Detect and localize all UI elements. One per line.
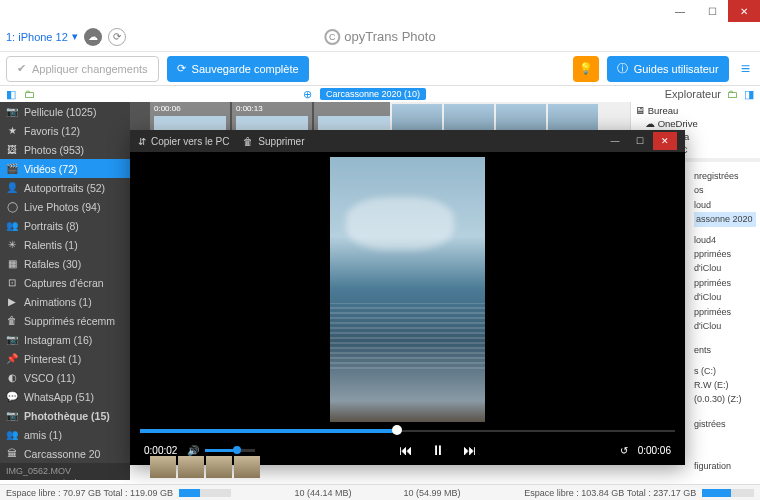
brand-logo-icon: C — [324, 29, 340, 45]
sidebar-item[interactable]: 📷Pellicule (1025) — [0, 102, 130, 121]
sidebar-item-icon: 💬 — [6, 391, 18, 402]
copy-label: Copier vers le PC — [151, 136, 229, 147]
forward-button[interactable]: ⏭ — [463, 442, 477, 458]
full-backup-button[interactable]: ⟳ Sauvegarde complète — [167, 56, 309, 82]
hamburger-menu-icon[interactable]: ≡ — [737, 60, 754, 78]
apply-changes-button[interactable]: ✔ Appliquer changements — [6, 56, 159, 82]
back-icon[interactable]: ◧ — [6, 88, 16, 101]
sidebar-item-label: Live Photos (94) — [24, 201, 100, 213]
help-button[interactable]: 💡 — [573, 56, 599, 82]
storage-bar-left — [179, 489, 231, 497]
player-minimize[interactable]: — — [603, 132, 627, 150]
sidebar-item-icon: 🗑 — [6, 315, 18, 326]
sidebar-item-label: Autoportraits (52) — [24, 182, 105, 194]
file-metadata: IMG_0562.MOV 1080 x 1920 pixels 08/08/20… — [0, 463, 130, 480]
player-close[interactable]: ✕ — [653, 132, 677, 150]
sidebar-item-icon: 🏛 — [6, 448, 18, 459]
player-header: ⇵ Copier vers le PC 🗑 Supprimer — ☐ ✕ — [130, 130, 685, 152]
sidebar-item-icon: ◯ — [6, 201, 18, 212]
cloud-icon[interactable]: ☁ — [84, 28, 102, 46]
sidebar-item-icon: ✳ — [6, 239, 18, 250]
copy-to-pc-button[interactable]: ⇵ Copier vers le PC — [138, 136, 229, 147]
sidebar-item[interactable]: 🖼Photos (953) — [0, 140, 130, 159]
sidebar-item-label: Captures d'écran — [24, 277, 104, 289]
sidebar-item-label: Photos (953) — [24, 144, 84, 156]
rewind-button[interactable]: ⏮ — [399, 442, 413, 458]
meta-dimensions: 1080 x 1920 pixels — [6, 478, 124, 480]
sidebar-item[interactable]: 📌Pinterest (1) — [0, 349, 130, 368]
sidebar-item[interactable]: 🏛Carcassonne 20 — [0, 444, 130, 463]
sidebar-item[interactable]: ▦Rafales (30) — [0, 254, 130, 273]
sidebar-item-icon: ⊡ — [6, 277, 18, 288]
folder-icon[interactable]: 🗀 — [24, 88, 35, 100]
time-total: 0:00:06 — [638, 445, 671, 456]
user-guides-button[interactable]: ⓘ Guides utilisateur — [607, 56, 729, 82]
window-maximize[interactable]: ☐ — [696, 0, 728, 22]
sidebar-item[interactable]: 💬WhatsApp (51) — [0, 387, 130, 406]
panel-toggle-icon[interactable]: ◨ — [744, 88, 754, 101]
sidebar-item-icon: ▶ — [6, 296, 18, 307]
sidebar-item-icon: 📌 — [6, 353, 18, 364]
video-viewport[interactable] — [130, 152, 685, 427]
selected-folder[interactable]: assonne 2020 — [694, 212, 756, 226]
status-right-label: Espace libre : 103.84 GB Total : 237.17 … — [524, 488, 696, 498]
volume-icon: 🔊 — [187, 445, 199, 456]
window-minimize[interactable]: — — [664, 0, 696, 22]
sidebar-item[interactable]: ✳Ralentis (1) — [0, 235, 130, 254]
refresh-icon: ⟳ — [177, 62, 186, 75]
progress-bar[interactable] — [140, 427, 675, 435]
video-player: ⇵ Copier vers le PC 🗑 Supprimer — ☐ ✕ 0:… — [130, 130, 685, 465]
add-icon[interactable]: ⊕ — [303, 88, 312, 101]
sidebar-item[interactable]: 👤Autoportraits (52) — [0, 178, 130, 197]
folder-icon[interactable]: 🗀 — [727, 88, 738, 100]
tree-onedrive[interactable]: ☁ OneDrive — [635, 117, 756, 130]
brand-text: opyTrans Photo — [344, 29, 435, 44]
sidebar: 📷Pellicule (1025)★Favoris (12)🖼Photos (9… — [0, 102, 130, 480]
sidebar-item-icon: 👥 — [6, 429, 18, 440]
sidebar-item[interactable]: 🗑Supprimés récemm — [0, 311, 130, 330]
delete-button[interactable]: 🗑 Supprimer — [243, 136, 304, 147]
storage-bar-right — [702, 489, 754, 497]
album-header[interactable]: Carcassonne 2020 (10) — [320, 88, 426, 100]
thumb[interactable] — [234, 456, 260, 478]
chevron-down-icon: ▾ — [72, 30, 78, 43]
header-bar: 1: iPhone 12 ▾ ☁ ⟳ C opyTrans Photo — [0, 22, 760, 52]
sidebar-item[interactable]: ◯Live Photos (94) — [0, 197, 130, 216]
sidebar-item[interactable]: 👥Portraits (8) — [0, 216, 130, 235]
thumb-duration: 0:00:06 — [154, 104, 181, 113]
sidebar-item[interactable]: ◐VSCO (11) — [0, 368, 130, 387]
sidebar-item[interactable]: 📷Instagram (16) — [0, 330, 130, 349]
volume-control[interactable]: 🔊 — [187, 445, 255, 456]
sidebar-item[interactable]: 👥amis (1) — [0, 425, 130, 444]
replay-icon[interactable]: ↺ — [620, 445, 628, 456]
sidebar-item-label: VSCO (11) — [24, 372, 75, 384]
meta-filename: IMG_0562.MOV — [6, 466, 124, 478]
sidebar-item[interactable]: ★Favoris (12) — [0, 121, 130, 140]
device-selector[interactable]: 1: iPhone 12 ▾ — [6, 30, 78, 43]
apply-label: Appliquer changements — [32, 63, 148, 75]
sidebar-item-icon: ◐ — [6, 372, 18, 383]
sidebar-item[interactable]: ⊡Captures d'écran — [0, 273, 130, 292]
thumb[interactable] — [150, 456, 176, 478]
sidebar-item-label: WhatsApp (51) — [24, 391, 94, 403]
refresh-icon[interactable]: ⟳ — [108, 28, 126, 46]
window-close[interactable]: ✕ — [728, 0, 760, 22]
pause-button[interactable]: ⏸ — [431, 442, 445, 458]
sidebar-item[interactable]: 🎬Vidéos (72) — [0, 159, 130, 178]
sidebar-item[interactable]: 📷Photothèque (15) — [0, 406, 130, 425]
info-icon: ⓘ — [617, 61, 628, 76]
thumb[interactable] — [178, 456, 204, 478]
sidebar-item[interactable]: ▶Animations (1) — [0, 292, 130, 311]
sidebar-item-icon: 👤 — [6, 182, 18, 193]
sidebar-item-icon: 🖼 — [6, 144, 18, 155]
player-maximize[interactable]: ☐ — [628, 132, 652, 150]
volume-slider[interactable] — [205, 449, 255, 452]
tree-desktop[interactable]: 🖥 Bureau — [635, 104, 756, 117]
sidebar-item-icon: ★ — [6, 125, 18, 136]
thumb[interactable] — [206, 456, 232, 478]
sidebar-item-label: amis (1) — [24, 429, 62, 441]
device-label: 1: iPhone 12 — [6, 31, 68, 43]
delete-label: Supprimer — [258, 136, 304, 147]
sidebar-item-label: Photothèque (15) — [24, 410, 110, 422]
window-chrome: — ☐ ✕ — [0, 0, 760, 22]
